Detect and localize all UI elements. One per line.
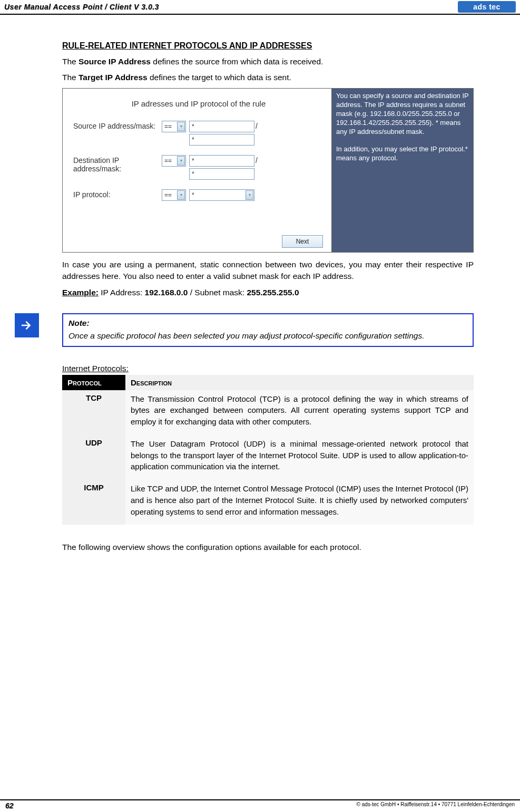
- table-caption: Internet Protocols:: [62, 364, 474, 373]
- arrow-right-icon: [15, 313, 39, 337]
- example-mid: / Subnet mask:: [188, 288, 247, 297]
- closing-para: The following overview shows the configu…: [62, 542, 474, 553]
- description-cell: The Transmission Control Protocol (TCP) …: [125, 390, 474, 435]
- screenshot-help-panel: You can specify a source and destination…: [331, 89, 473, 252]
- p2-pre: The: [62, 73, 79, 82]
- example-ip: 192.168.0.0: [145, 288, 188, 297]
- chevron-down-icon: ▾: [246, 190, 253, 200]
- p1-post: defines the source from which data is re…: [151, 57, 323, 66]
- ip-protocol-label: IP protocol:: [73, 189, 162, 199]
- source-op-select[interactable]: ==▾: [162, 121, 186, 132]
- col-description-header: Description: [125, 375, 474, 390]
- table-row: UDP The User Datagram Protocol (UDP) is …: [62, 435, 474, 480]
- brand-logo-text: ads tec: [473, 3, 501, 11]
- p1-pre: The: [62, 57, 79, 66]
- page-header: User Manual Access Point / Client V 3.0.…: [0, 0, 520, 15]
- example-pre: IP Address:: [99, 288, 145, 297]
- content-area: RULE-RELATED INTERNET PROTOCOLS AND IP A…: [0, 15, 520, 554]
- chevron-down-icon: ▾: [177, 190, 185, 200]
- destination-mask-input[interactable]: *: [189, 168, 254, 180]
- protocol-cell: UDP: [62, 435, 125, 480]
- table-header-row: Protocol Description: [62, 375, 474, 390]
- section-heading-text: RULE-RELATED INTERNET PROTOCOLS AND IP A…: [62, 41, 312, 50]
- source-mask-input[interactable]: *: [189, 134, 254, 146]
- col-protocol-header: Protocol: [62, 375, 125, 390]
- page-number: 62: [5, 801, 14, 810]
- source-ip-input[interactable]: *: [189, 121, 254, 132]
- note-block: Note: Once a specific protocol has been …: [15, 313, 474, 346]
- brand-logo: ads tec: [458, 1, 516, 13]
- intro-para-1: The Source IP Address defines the source…: [62, 56, 474, 67]
- next-button[interactable]: Next: [282, 235, 323, 248]
- p1-bold: Source IP Address: [79, 57, 151, 66]
- screenshot-title: IP adresses und IP protocol of the rule: [73, 99, 324, 108]
- destination-ip-row: Destination IP address/mask: ==▾ */ *: [73, 155, 324, 180]
- page-footer: 62 © ads-tec GmbH • Raiffeisenstr.14 • 7…: [0, 799, 520, 810]
- protocol-select[interactable]: *▾: [189, 189, 254, 201]
- protocols-table: Protocol Description TCP The Transmissio…: [62, 375, 474, 525]
- section-heading: RULE-RELATED INTERNET PROTOCOLS AND IP A…: [62, 41, 474, 51]
- help-text-1: You can specify a source and destination…: [336, 92, 469, 136]
- destination-ip-label: Destination IP address/mask:: [73, 155, 162, 173]
- p2-post: defines the target to which data is sent…: [148, 73, 291, 82]
- chevron-down-icon: ▾: [177, 122, 185, 131]
- post-screenshot-para: In case you are using a permanent, stati…: [62, 259, 474, 283]
- slash-separator: /: [254, 122, 258, 130]
- example-mask: 255.255.255.0: [247, 288, 299, 297]
- screenshot-main-panel: IP adresses und IP protocol of the rule …: [63, 89, 331, 252]
- note-title: Note:: [68, 317, 467, 329]
- table-row: ICMP Like TCP and UDP, the Internet Cont…: [62, 480, 474, 525]
- table-row: TCP The Transmission Control Protocol (T…: [62, 390, 474, 435]
- header-title: User Manual Access Point / Client V 3.0.…: [4, 3, 159, 11]
- copyright-text: © ads-tec GmbH • Raiffeisenstr.14 • 7077…: [357, 801, 515, 810]
- destination-ip-input[interactable]: *: [189, 155, 254, 167]
- note-body: Once a specific protocol has been select…: [68, 331, 424, 340]
- description-cell: The User Datagram Protocol (UDP) is a mi…: [125, 435, 474, 480]
- description-cell: Like TCP and UDP, the Internet Control M…: [125, 480, 474, 525]
- example-line: Example: IP Address: 192.168.0.0 / Subne…: [62, 287, 474, 298]
- example-label: Example:: [62, 288, 99, 297]
- note-box: Note: Once a specific protocol has been …: [62, 313, 474, 346]
- ip-protocol-row: IP protocol: ==▾ *▾: [73, 189, 324, 201]
- slash-separator: /: [254, 156, 258, 165]
- destination-op-select[interactable]: ==▾: [162, 155, 186, 167]
- source-ip-row: Source IP address/mask: ==▾ */ *: [73, 121, 324, 146]
- chevron-down-icon: ▾: [177, 156, 185, 166]
- protocol-cell: ICMP: [62, 480, 125, 525]
- protocol-cell: TCP: [62, 390, 125, 435]
- source-ip-label: Source IP address/mask:: [73, 121, 162, 130]
- p2-bold: Target IP Address: [79, 73, 148, 82]
- intro-para-2: The Target IP Address defines the target…: [62, 72, 474, 83]
- protocol-op-select[interactable]: ==▾: [162, 189, 186, 201]
- help-text-2: In addition, you may select the IP proto…: [336, 145, 469, 163]
- embedded-screenshot: IP adresses und IP protocol of the rule …: [62, 88, 474, 253]
